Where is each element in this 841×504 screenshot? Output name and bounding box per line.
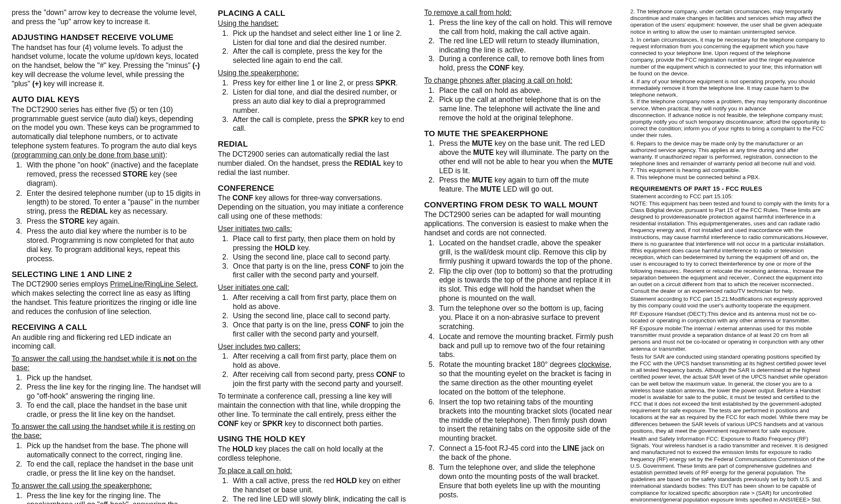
conf-steps-1: Place call to first party, then place th…	[218, 235, 407, 280]
conf-steps-2: After receiving a call from first party,…	[218, 293, 407, 339]
subhead-user-two-calls: User initiates two calls:	[218, 225, 407, 234]
list-item: Press the MUTE key on the base unit. The…	[437, 139, 614, 176]
list-item: To end the call, place the handset in th…	[24, 401, 201, 419]
req15-note: NOTE: This equipment has been tested and…	[630, 200, 829, 295]
list-item: Flip the clip over (top to bottom) so th…	[437, 267, 614, 304]
select-line-text: The DCT2900 series employs PrimeLine/Rin…	[12, 280, 201, 317]
req68-item4: 4. If any of your telephone equipment is…	[630, 78, 829, 99]
rf-exposure-mobile: RF Exposure mobile:The internal / extern…	[630, 325, 829, 352]
text: After the call is complete, press the	[233, 115, 348, 124]
subhead-user-one-call: User initiates one call:	[218, 283, 407, 292]
text: key.	[295, 244, 310, 252]
key-conf: CONF	[376, 370, 397, 379]
key-minus: (-)	[192, 61, 200, 70]
adjust-volume-text: The handset has four (4) volume levels. …	[12, 43, 201, 89]
text: After receiving call from second party, …	[233, 370, 376, 379]
text: key.	[509, 64, 524, 72]
text: The DCT2900 series employs	[12, 280, 110, 288]
answer-steps-3: Press the line key for the ringing line.…	[12, 492, 201, 504]
heading-req15: REQUIREMENTS OF PART 15 - FCC RULES	[630, 185, 829, 193]
conference-text: The CONF key allows for three-way conver…	[218, 194, 407, 221]
list-item: After receiving a call from first party,…	[230, 293, 407, 312]
text: With a call active, press the red	[233, 477, 336, 485]
sar-tests: Tests for SAR are conducted using standa…	[630, 354, 829, 434]
key-hold: HOLD	[275, 244, 295, 252]
req68-item8: 8. This telephone must be connected behi…	[630, 174, 829, 181]
subhead-user-two-callers: User includes two callers:	[218, 342, 407, 352]
text: key to disconnect both parties.	[283, 419, 383, 428]
key-mute: MUTE	[480, 185, 501, 193]
list-item: Press the line key for the ringing line.…	[24, 383, 201, 401]
list-item: Turn the telephone over, and slide the t…	[437, 463, 614, 500]
list-item: Enter the desired telephone number (up t…	[24, 189, 201, 217]
heading-convert: CONVERTING FROM DESK TO WALL MOUNT	[424, 200, 614, 210]
list-item: Press the STORE key again.	[24, 217, 201, 226]
text: The	[218, 194, 232, 202]
req68-item6b: warranty. If unauthorized repair is perf…	[630, 154, 829, 167]
underline-text: (programming can only be done from base …	[12, 151, 165, 159]
list-item: Press the MUTE key again to turn off the…	[437, 176, 614, 194]
req68-item3a: 3. In certain circumstances, it may be n…	[630, 37, 829, 57]
text: .	[396, 79, 398, 87]
list-item: Pick up the handset and select either li…	[230, 29, 407, 47]
text: key or	[239, 419, 262, 428]
req68-item5a: 5. If the telephone company notes a prob…	[630, 98, 829, 112]
subhead-remove-hold: To remove a call from hold:	[424, 8, 614, 17]
key-mute: MUTE	[592, 157, 613, 166]
key-store: STORE	[60, 217, 85, 225]
list-item: After the call is complete, press the SP…	[230, 115, 407, 134]
list-item: Using the second line, place call to sec…	[230, 253, 407, 262]
convert-steps: Located on the handset cradle, above the…	[424, 239, 614, 500]
hold-steps: With a call active, press the red HOLD k…	[218, 477, 407, 504]
text: To terminate a conference call, pressing…	[218, 392, 401, 419]
subhead-answer-handset-not-on-base: To answer the call using the handset whi…	[12, 354, 201, 373]
convert-text: The DCT2900 series can be adapted for wa…	[424, 210, 614, 238]
answer-steps-2: Pick up the handset from the base. The p…	[12, 442, 201, 478]
column-3: To remove a call from hold: Press the li…	[424, 8, 614, 504]
intro-text: press the "down" arrow key to decrease t…	[12, 8, 201, 27]
key-spkr: SPKR	[348, 115, 369, 124]
list-item: Place the call on hold as above.	[437, 86, 614, 95]
key-mute: MUTE	[472, 139, 493, 147]
list-item: Connect a 15-foot RJ-45 cord into the LI…	[437, 444, 614, 462]
list-item: During a conference call, to remove both…	[437, 55, 614, 73]
placing-handset-steps: Pick up the handset and select either li…	[218, 29, 407, 66]
text: key will increase it.	[41, 80, 104, 88]
placing-speaker-steps: Press key for either line 1 or line 2, o…	[218, 79, 407, 133]
list-item: Press key for either line 1 or line 2, o…	[230, 79, 407, 88]
text: The DCT2900 series has either five (5) o…	[12, 105, 200, 150]
subhead-using-speakerphone: Using the speakerphone:	[218, 69, 407, 78]
mute-steps: Press the MUTE key on the base unit. The…	[424, 139, 614, 194]
autodial-steps: With the phone "on hook" (inactive) and …	[12, 161, 201, 264]
heading-placing: PLACING A CALL	[218, 8, 407, 18]
req68-item6a: 6. Repairs to the device may be made onl…	[630, 140, 829, 154]
list-item: Using the second line, place call to sec…	[230, 312, 407, 321]
list-item: Insert the top two retaining tabs of the…	[437, 398, 614, 443]
list-item: Once that party is on the line, press CO…	[230, 262, 407, 280]
text: LED will go out.	[501, 185, 554, 193]
list-item: Pick up the handset from the base. The p…	[24, 442, 201, 460]
heading-autodial: AUTO DIAL KEYS	[12, 95, 201, 105]
key-conf: CONF	[349, 321, 370, 329]
rf-exposure-handset: RF Exposure Handset (DECT):This device a…	[630, 311, 829, 324]
req68-item7: 7. This equipment is hearing aid compati…	[630, 167, 829, 174]
list-item: The red line LED will slowly blink, indi…	[230, 495, 407, 504]
text: key again.	[85, 217, 120, 225]
list-item: Locate and remove the mounting bracket. …	[437, 332, 614, 360]
key-conf: CONF	[349, 262, 370, 270]
subhead-answer-handset-on-base: To answer the call using the handset whi…	[12, 422, 201, 441]
key-conf: CONF	[489, 64, 510, 72]
heading-select-line: SELECTING LINE 1 AND LINE 2	[12, 269, 201, 279]
subhead-answer-speakerphone: To answer the call using the speakerphon…	[12, 482, 201, 491]
heading-hold: USING THE HOLD KEY	[218, 434, 407, 444]
conf-steps-3: After receiving a call from first party,…	[218, 352, 407, 389]
list-item: Press the auto dial key where the number…	[24, 227, 201, 264]
req68-item3b: company, provide the FCC registration nu…	[630, 57, 829, 77]
hold-text: The HOLD key places the call on hold loc…	[218, 445, 407, 463]
manual-page: press the "down" arrow key to decrease t…	[0, 0, 841, 504]
subhead-change-phones: To change phones after placing a call on…	[424, 76, 614, 85]
text: The	[218, 445, 232, 453]
key-redial: REDIAL	[354, 159, 381, 167]
heading-redial: REDIAL	[218, 139, 407, 149]
text: The handset has four (4) volume levels. …	[12, 43, 198, 70]
